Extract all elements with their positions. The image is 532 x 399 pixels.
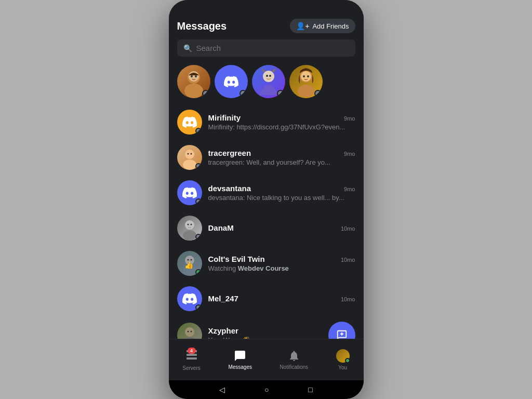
nav-item-messages[interactable]: Messages (222, 348, 258, 372)
header: Messages 👤+ Add Friends (169, 12, 364, 37)
nav-badge-servers: 4 (188, 348, 196, 354)
msg-name-xzypher: Xzypher (208, 326, 238, 335)
status-bar (169, 0, 364, 12)
story-avatar-2[interactable] (215, 65, 248, 98)
back-button[interactable]: ◁ (219, 385, 225, 394)
svg-point-4 (195, 75, 197, 77)
message-item-mel247[interactable]: Mel_247 10mo (169, 281, 364, 316)
svg-rect-33 (187, 357, 197, 360)
msg-time-devsantana: 9mo (344, 186, 355, 192)
msg-name-mel247: Mel_247 (208, 294, 238, 303)
msg-top-devsantana: devsantana 9mo (208, 184, 355, 193)
svg-point-6 (263, 71, 274, 82)
message-item-mirifinity[interactable]: Mirifinity 9mo Mirifinity: https://disco… (169, 104, 364, 140)
msg-content-tracergreen: tracergreen 9mo tracergreen: Well, and y… (208, 149, 355, 166)
msg-content-xzypher: Xzypher You: Wave 👋 (208, 326, 322, 339)
svg-point-1 (184, 84, 203, 98)
nav-avatar-you (336, 349, 350, 363)
msg-content-danam: DanaM 10mo (208, 223, 355, 233)
nav-item-notifications[interactable]: Notifications (274, 348, 314, 372)
new-message-fab[interactable] (328, 322, 355, 339)
msg-top-mel247: Mel_247 10mo (208, 294, 355, 303)
story-4-status (314, 90, 322, 97)
discord-logo-mel247 (182, 291, 197, 306)
svg-point-15 (183, 159, 196, 170)
svg-point-18 (185, 220, 194, 230)
msg-time-tracergreen: 9mo (344, 151, 355, 157)
message-item-xzypher[interactable]: Xzypher You: Wave 👋 (169, 316, 364, 339)
svg-point-17 (190, 153, 192, 155)
msg-avatar-colts-evil-twin: 👍 (177, 251, 202, 276)
svg-point-8 (269, 75, 271, 77)
story-avatar-4[interactable] (289, 65, 323, 98)
message-item-colts-evil-twin[interactable]: 👍 Colt's Evil Twin 10mo Watching Webdev … (169, 246, 364, 281)
nav-item-servers[interactable]: 4 Servers (176, 347, 206, 373)
svg-point-27 (185, 327, 194, 337)
msg-time-colts-evil-twin: 10mo (341, 257, 355, 263)
message-item-devsantana[interactable]: devsantana 9mo devsantana: Nice talking … (169, 175, 364, 210)
nav-label-notifications: Notifications (280, 364, 308, 370)
add-friends-icon: 👤+ (296, 22, 309, 30)
nav-you-online-dot (345, 358, 350, 363)
nav-icon-servers-wrapper: 4 (185, 349, 198, 363)
recent-button[interactable]: □ (308, 385, 312, 394)
new-message-icon (336, 329, 348, 339)
msg-avatar-xzypher-img (177, 323, 202, 339)
msg-avatar-danam (177, 216, 202, 241)
svg-point-21 (190, 224, 192, 225)
message-item-danam[interactable]: DanaM 10mo (169, 210, 364, 246)
add-friends-button[interactable]: 👤+ Add Friends (290, 19, 355, 33)
svg-point-30 (190, 331, 192, 332)
search-input[interactable] (196, 44, 349, 52)
msg-preview-tracergreen: tracergreen: Well, and yourself? Are yo.… (208, 158, 355, 166)
msg-top-xzypher: Xzypher (208, 326, 322, 335)
nav-label-servers: Servers (182, 365, 200, 371)
svg-point-13 (298, 85, 314, 97)
stories-row (169, 62, 364, 104)
msg-top-mirifinity: Mirifinity 9mo (208, 113, 355, 122)
svg-point-20 (187, 224, 189, 225)
msg-time-mirifinity: 9mo (344, 115, 355, 122)
msg-preview-devsantana: devsantana: Nice talking to you as well.… (208, 194, 355, 202)
messages-icon (234, 350, 246, 362)
story-2-status (240, 90, 247, 97)
msg-name-danam: DanaM (208, 223, 234, 232)
bottom-nav: 4 Servers Messages Notifications You (169, 339, 364, 380)
svg-point-28 (183, 337, 196, 339)
phone-frame: Messages 👤+ Add Friends 🔍 (169, 0, 364, 399)
msg-status-colts-evil-twin (195, 269, 202, 275)
msg-time-mel247: 10mo (341, 296, 355, 302)
msg-content-mirifinity: Mirifinity 9mo Mirifinity: https://disco… (208, 113, 355, 131)
msg-status-devsantana (195, 198, 202, 205)
msg-content-devsantana: devsantana 9mo devsantana: Nice talking … (208, 184, 355, 202)
discord-logo-icon (224, 74, 238, 89)
msg-content-colts-evil-twin: Colt's Evil Twin 10mo Watching Webdev Co… (208, 255, 355, 272)
msg-name-colts-evil-twin: Colt's Evil Twin (208, 255, 265, 263)
msg-top-tracergreen: tracergreen 9mo (208, 149, 355, 157)
msg-status-mel247 (195, 304, 202, 311)
msg-avatar-xzypher (177, 323, 202, 339)
story-avatar-3[interactable] (252, 65, 285, 98)
story-avatar-1[interactable] (177, 65, 210, 98)
discord-logo-devsantana (182, 185, 197, 200)
msg-status-tracergreen (195, 163, 202, 169)
svg-point-19 (183, 230, 196, 241)
msg-status-mirifinity (195, 128, 202, 134)
notifications-icon (288, 350, 300, 362)
svg-rect-32 (187, 354, 197, 356)
nav-label-messages: Messages (228, 364, 252, 370)
msg-avatar-devsantana (177, 180, 202, 205)
system-nav: ◁ ○ □ (169, 380, 364, 399)
story-1-status (202, 90, 209, 97)
home-button[interactable]: ○ (264, 385, 269, 394)
svg-point-14 (185, 150, 194, 159)
msg-top-danam: DanaM 10mo (208, 223, 355, 232)
msg-name-devsantana: devsantana (208, 184, 251, 193)
messages-list: Mirifinity 9mo Mirifinity: https://disco… (169, 104, 364, 339)
nav-item-you[interactable]: You (330, 347, 356, 373)
svg-text:👍: 👍 (184, 261, 194, 270)
message-item-tracergreen[interactable]: tracergreen 9mo tracergreen: Well, and y… (169, 140, 364, 175)
svg-point-7 (266, 75, 268, 77)
add-friends-label: Add Friends (312, 22, 349, 30)
msg-name-tracergreen: tracergreen (208, 149, 251, 157)
